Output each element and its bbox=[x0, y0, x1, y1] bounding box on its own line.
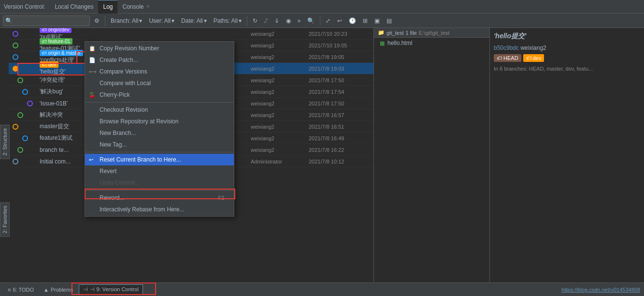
menu-item-checkout[interactable]: Checkout Revision bbox=[85, 104, 234, 116]
tag-head: 🏷 HEAD bbox=[494, 54, 521, 62]
todo-label: 6: TODO bbox=[13, 287, 34, 293]
find-btn[interactable]: 🔍 bbox=[305, 16, 317, 25]
history-btn[interactable]: 🕐 bbox=[346, 16, 358, 25]
menu-item-compare-versions[interactable]: ⟷ Compare Versions bbox=[85, 66, 234, 77]
paths-dropdown[interactable]: Paths: All ▾ bbox=[211, 16, 244, 25]
separator-3 bbox=[320, 16, 320, 26]
warning-icon: ▲ bbox=[43, 287, 49, 293]
vc-icon: ⊣ bbox=[83, 286, 88, 293]
author: weixiang2 bbox=[251, 147, 309, 153]
search-input[interactable] bbox=[13, 17, 85, 24]
svg-point-11 bbox=[13, 159, 18, 164]
menu-separator-1 bbox=[85, 102, 234, 103]
date: 2021/7/10 20:23 bbox=[309, 31, 372, 37]
file-panel-header: 📁 git_test 1 file E:\git\git_test bbox=[374, 28, 489, 38]
graph-col bbox=[11, 109, 40, 121]
menu-separator-3 bbox=[85, 190, 234, 191]
close-icon[interactable]: × bbox=[147, 4, 150, 9]
cherry-pick-btn[interactable]: ⑀ bbox=[262, 16, 270, 25]
svg-point-3 bbox=[13, 66, 18, 71]
menu-item-reword[interactable]: Reword... F2 bbox=[85, 192, 234, 204]
refresh-btn[interactable]: ↻ bbox=[250, 16, 260, 25]
svg-point-8 bbox=[13, 124, 18, 129]
search-icon: 🔍 bbox=[5, 17, 13, 24]
svg-point-10 bbox=[18, 148, 23, 152]
user-dropdown[interactable]: User: All ▾ bbox=[146, 16, 177, 25]
branch-dropdown[interactable]: Branch: All ▾ bbox=[108, 16, 144, 25]
date: 2021/7/8 16:51 bbox=[309, 124, 372, 130]
menu-item-revert[interactable]: Revert bbox=[85, 165, 234, 177]
date: 2021/7/8 10:12 bbox=[309, 159, 372, 164]
date: 2021/7/8 16:22 bbox=[309, 147, 372, 153]
patch-icon: 📄 bbox=[89, 57, 96, 63]
author: weixiang2 bbox=[251, 135, 309, 141]
menu-item-cherry-pick[interactable]: 🍒 Cherry-Pick bbox=[85, 89, 234, 101]
hash-author: weixiang2 bbox=[520, 44, 546, 51]
graph-col bbox=[11, 63, 40, 74]
svg-point-9 bbox=[23, 136, 28, 141]
status-todo[interactable]: ≡ 6: TODO bbox=[4, 284, 38, 295]
menu-item-create-patch[interactable]: 📄 Create Patch... bbox=[85, 54, 234, 66]
copy-icon: 📋 bbox=[89, 45, 96, 52]
svg-point-2 bbox=[13, 55, 18, 59]
status-version-control[interactable]: ⊣ ⊣ 9: Version Control bbox=[79, 284, 143, 295]
graph-col bbox=[11, 51, 40, 63]
chevron-down-icon: ▾ bbox=[204, 17, 207, 24]
svg-point-1 bbox=[13, 43, 18, 48]
date: 2021/7/8 19:05 bbox=[309, 54, 372, 60]
svg-point-5 bbox=[23, 89, 28, 94]
grid-btn[interactable]: ⊞ bbox=[360, 16, 370, 25]
menu-item-new-branch[interactable]: New Branch... bbox=[85, 127, 234, 139]
graph-col bbox=[11, 121, 40, 133]
right-panel: 'hello提交' b50c9bdc weixiang2 🏷 HEAD 🏷 de… bbox=[489, 28, 644, 282]
status-url[interactable]: https://blog.csdn.net/u014534808 bbox=[561, 287, 640, 293]
tab-console[interactable]: Console × bbox=[117, 0, 154, 14]
tab-local-changes[interactable]: Local Changes bbox=[50, 0, 98, 14]
svg-point-7 bbox=[18, 113, 23, 118]
list-item[interactable]: ▦ hello.html bbox=[374, 38, 489, 48]
date: 2021/7/8 17:50 bbox=[309, 101, 372, 106]
menu-item-new-tag[interactable]: New Tag... bbox=[85, 139, 234, 150]
author: Administrator bbox=[251, 159, 309, 164]
menu-item-reset-branch[interactable]: ↩ Reset Current Branch to Here... bbox=[85, 154, 234, 165]
tab-bar: Version Control: Local Changes Log Conso… bbox=[0, 0, 644, 14]
tab-log[interactable]: Log bbox=[98, 0, 117, 14]
graph-col bbox=[11, 156, 40, 167]
undo-btn[interactable]: ↩ bbox=[335, 16, 344, 25]
graph-col bbox=[11, 86, 40, 98]
sidebar-item-favorites[interactable]: 2: Favorites bbox=[0, 202, 10, 237]
chevron-down-icon: ▾ bbox=[239, 17, 242, 24]
paths-label: Paths: All bbox=[214, 17, 238, 24]
file-name: hello.html bbox=[387, 40, 412, 46]
author: weixiang2 bbox=[251, 77, 309, 83]
menu-item-copy-revision[interactable]: 📋 Copy Revision Number bbox=[85, 43, 234, 54]
vc-label: ⊣ 9: Version Control bbox=[90, 286, 139, 293]
folder-icon: 📁 bbox=[378, 30, 385, 36]
toolbar: 🔍 ⚙ Branch: All ▾ User: All ▾ Date: All … bbox=[0, 14, 644, 28]
problems-label: Problems bbox=[51, 287, 73, 293]
menu-item-browse[interactable]: Browse Repository at Revision bbox=[85, 116, 234, 127]
more-btn[interactable]: » bbox=[295, 16, 303, 25]
branch-label: Branch: All bbox=[111, 17, 138, 24]
settings-btn[interactable]: ⚙ bbox=[92, 16, 102, 25]
tag-dev: 🏷 dev bbox=[523, 54, 544, 62]
sidebar-item-structure[interactable]: 2: Structure bbox=[0, 125, 10, 159]
arrow-down-btn[interactable]: ⇓ bbox=[272, 16, 282, 25]
menu-item-rebase[interactable]: Interactively Rebase from Here... bbox=[85, 204, 234, 215]
author: weixiang2 bbox=[251, 89, 309, 95]
separator-2 bbox=[247, 16, 247, 26]
app-label: Version Control: bbox=[4, 3, 45, 10]
expand-btn[interactable]: ⤢ bbox=[323, 16, 333, 25]
menu-item-compare-local[interactable]: Compare with Local bbox=[85, 77, 234, 89]
eye-btn[interactable]: ◉ bbox=[284, 16, 293, 25]
tag-badge: 🏷 origin/dev bbox=[40, 28, 72, 33]
shortcut-f2: F2 bbox=[218, 195, 224, 201]
commit-hash: b50c9bdc weixiang2 bbox=[494, 44, 640, 51]
split-btn[interactable]: ▤ bbox=[384, 16, 394, 25]
branch-tags: 🏷 origin/dev bbox=[40, 28, 247, 33]
status-problems[interactable]: ▲ Problems bbox=[40, 284, 77, 295]
chevron-down-icon: ▾ bbox=[172, 17, 174, 24]
date-dropdown[interactable]: Date: All ▾ bbox=[179, 16, 209, 25]
panel-btn[interactable]: ▣ bbox=[372, 16, 382, 25]
search-box[interactable]: 🔍 bbox=[3, 15, 90, 26]
